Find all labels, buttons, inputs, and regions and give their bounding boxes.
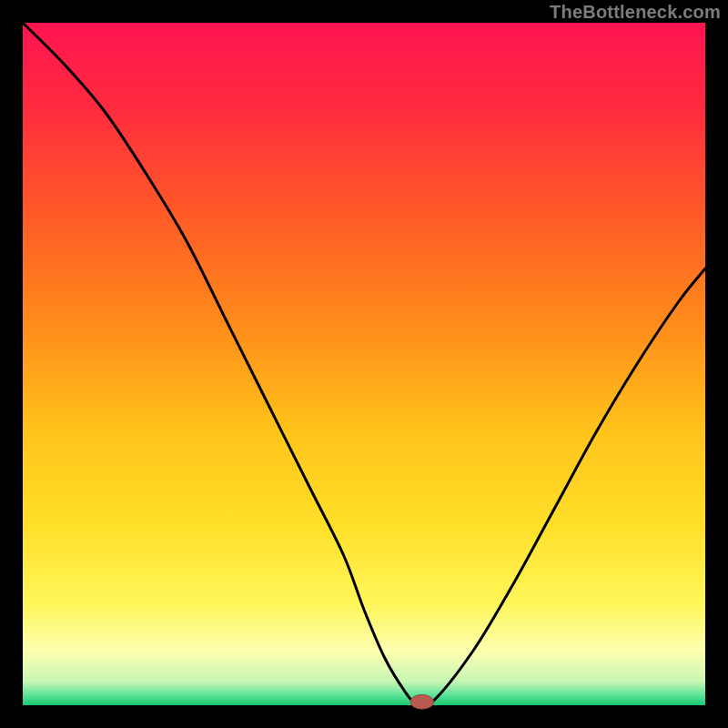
watermark-text: TheBottleneck.com <box>550 2 721 23</box>
optimal-point-marker <box>410 694 434 709</box>
gradient-background <box>23 23 705 705</box>
chart-stage: TheBottleneck.com <box>0 0 728 728</box>
chart-svg <box>0 0 728 728</box>
